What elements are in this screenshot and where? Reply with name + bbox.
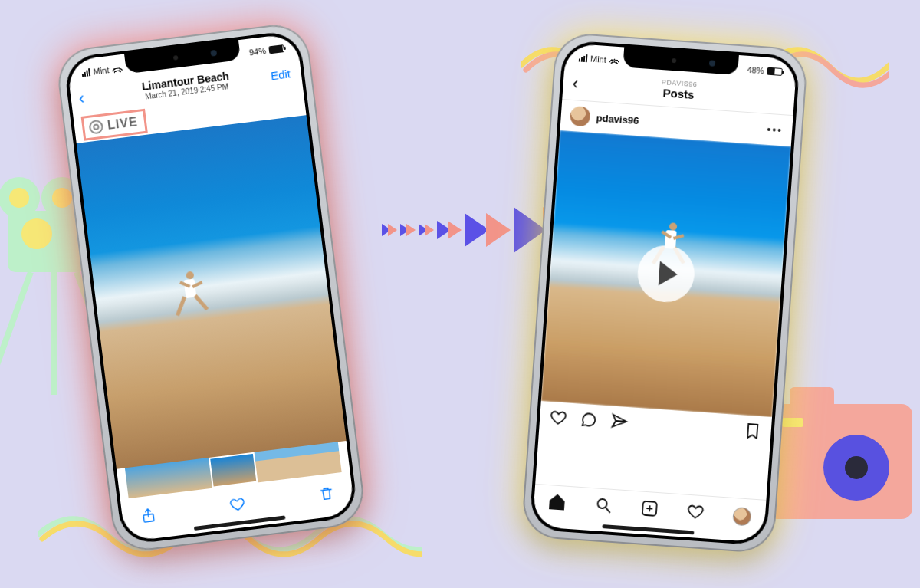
like-icon[interactable] bbox=[548, 408, 568, 431]
post-username[interactable]: pdavis96 bbox=[596, 112, 639, 126]
post-video[interactable] bbox=[541, 130, 791, 417]
carrier-label: Mint bbox=[93, 65, 110, 76]
svg-point-1 bbox=[597, 498, 607, 508]
tab-activity-icon[interactable] bbox=[685, 501, 705, 524]
wifi-icon bbox=[112, 64, 123, 74]
user-avatar[interactable] bbox=[570, 106, 591, 127]
beach-photo bbox=[77, 115, 347, 469]
wifi-icon bbox=[609, 56, 619, 64]
more-options-icon[interactable]: ••• bbox=[767, 123, 784, 136]
battery-icon bbox=[767, 67, 783, 76]
signal-bars-icon bbox=[579, 54, 588, 62]
nav-title: Posts bbox=[660, 87, 696, 102]
phone-instagram: Mint 48% ‹ PDAVIS96 Posts pdavis96 ••• bbox=[521, 31, 808, 554]
comment-icon[interactable] bbox=[579, 410, 599, 433]
tab-home-icon[interactable] bbox=[547, 492, 567, 515]
bookmark-icon[interactable] bbox=[743, 422, 763, 445]
edit-button[interactable]: Edit bbox=[270, 67, 291, 82]
live-label: LIVE bbox=[107, 115, 138, 133]
phone-photos-app: Mint 94% ‹ Limantour Beach March 21, 201… bbox=[54, 21, 367, 554]
back-chevron-icon[interactable]: ‹ bbox=[77, 88, 85, 109]
battery-icon bbox=[268, 44, 284, 54]
favorite-icon[interactable] bbox=[227, 494, 248, 515]
tab-profile-avatar[interactable] bbox=[732, 506, 752, 526]
battery-pct: 94% bbox=[248, 46, 266, 57]
share-icon[interactable] bbox=[138, 505, 159, 526]
battery-pct: 48% bbox=[747, 65, 764, 76]
live-icon bbox=[88, 120, 104, 135]
photo-viewer[interactable] bbox=[77, 115, 347, 469]
back-chevron-icon[interactable]: ‹ bbox=[572, 73, 579, 93]
tab-search-icon[interactable] bbox=[593, 495, 613, 518]
delete-icon[interactable] bbox=[316, 483, 337, 504]
decoration-photo-camera bbox=[767, 404, 912, 519]
tab-newpost-icon[interactable] bbox=[639, 498, 659, 521]
carrier-label: Mint bbox=[590, 54, 607, 64]
signal-bars-icon bbox=[81, 68, 90, 77]
share-dm-icon[interactable] bbox=[610, 412, 629, 435]
